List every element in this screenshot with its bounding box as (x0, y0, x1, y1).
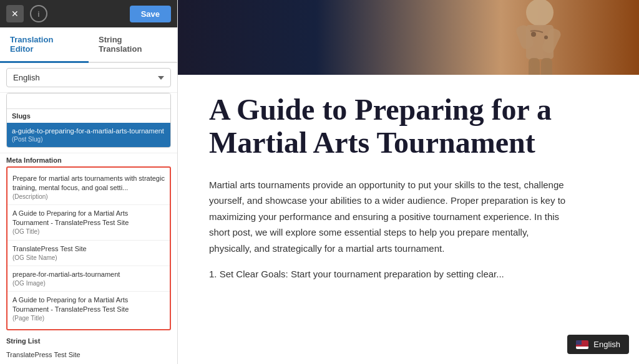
meta-information-group: Meta Information Prepare for martial art… (6, 153, 171, 330)
article-body: Martial arts tournaments provide an oppo… (209, 177, 571, 282)
meta-item-4-text: A Guide to Preparing for a Martial Arts … (12, 295, 165, 314)
slugs-group-label: Slugs (7, 109, 170, 123)
flag-icon (576, 340, 588, 349)
slug-item-0[interactable]: a-guide-to-preparing-for-a-martial-arts-… (7, 123, 170, 147)
hero-svg (178, 0, 639, 75)
info-icon: i (38, 9, 40, 19)
content-area: A Guide to Preparing for a Martial Arts … (178, 75, 639, 317)
article-paragraph-2: 1. Set Clear Goals: Start your tournamen… (209, 266, 571, 282)
svg-rect-0 (178, 0, 639, 75)
string-selector-wrap: Slugs a-guide-to-preparing-for-a-martial… (0, 93, 177, 153)
language-selector-wrap: English French Spanish German (0, 63, 177, 93)
info-button[interactable]: i (30, 5, 47, 22)
tab-string-translation[interactable]: String Translation (89, 27, 177, 63)
meta-item-0-text: Prepare for martial arts tournaments wit… (12, 174, 165, 193)
left-panel: ✕ i Save Translation Editor String Trans… (0, 0, 178, 364)
meta-item-1-text: A Guide to Preparing for a Martial Arts … (12, 209, 165, 228)
meta-item-0[interactable]: Prepare for martial arts tournaments wit… (7, 170, 170, 205)
meta-information-section: Prepare for martial arts tournaments wit… (6, 166, 171, 330)
close-icon: ✕ (11, 9, 19, 19)
meta-item-2-text: TranslatePress Test Site (12, 244, 165, 254)
slug-item-text: a-guide-to-preparing-for-a-martial-arts-… (12, 127, 165, 135)
svg-rect-5 (529, 58, 540, 75)
meta-item-3-sub: (OG Image) (12, 279, 165, 288)
section-scroll-area: Meta Information Prepare for martial art… (0, 153, 177, 364)
meta-item-4-sub: (Page Title) (12, 314, 165, 323)
hero-image (178, 0, 639, 75)
svg-rect-6 (541, 58, 552, 75)
right-panel: A Guide to Preparing for a Martial Arts … (178, 0, 639, 364)
string-list-label: String List (6, 334, 171, 347)
toolbar: ✕ i Save (0, 0, 177, 27)
meta-item-3[interactable]: prepare-for-martial-arts-tournament (OG … (7, 266, 170, 292)
close-button[interactable]: ✕ (6, 5, 24, 22)
english-badge[interactable]: English (567, 335, 629, 354)
article-title: A Guide to Preparing for a Martial Arts … (209, 93, 608, 160)
meta-information-label: Meta Information (6, 153, 171, 166)
meta-item-3-text: prepare-for-martial-arts-tournament (12, 270, 165, 279)
string-search-input[interactable] (7, 93, 170, 109)
language-select[interactable]: English French Spanish German (6, 68, 171, 87)
meta-item-2[interactable]: TranslatePress Test Site (OG Site Name) (7, 241, 170, 266)
string-list-section: String List TranslatePress Test Site (6, 334, 171, 362)
meta-item-1-sub: (OG Title) (12, 228, 165, 236)
save-button[interactable]: Save (130, 6, 171, 22)
article-paragraph-1: Martial arts tournaments provide an oppo… (209, 177, 571, 257)
svg-point-1 (526, 0, 554, 26)
tabs-bar: Translation Editor String Translation (0, 27, 177, 63)
string-dropdown[interactable]: Slugs a-guide-to-preparing-for-a-martial… (6, 93, 171, 148)
english-badge-label: English (593, 340, 620, 349)
meta-item-2-sub: (OG Site Name) (12, 254, 165, 262)
meta-item-4[interactable]: A Guide to Preparing for a Martial Arts … (7, 292, 170, 326)
svg-point-7 (531, 32, 536, 37)
svg-point-8 (544, 36, 548, 39)
meta-item-0-sub: (Description) (12, 193, 165, 201)
slug-item-sub: (Post Slug) (12, 135, 165, 143)
string-list-item-0[interactable]: TranslatePress Test Site (6, 347, 171, 362)
meta-item-1[interactable]: A Guide to Preparing for a Martial Arts … (7, 205, 170, 240)
tab-translation-editor[interactable]: Translation Editor (0, 27, 89, 63)
